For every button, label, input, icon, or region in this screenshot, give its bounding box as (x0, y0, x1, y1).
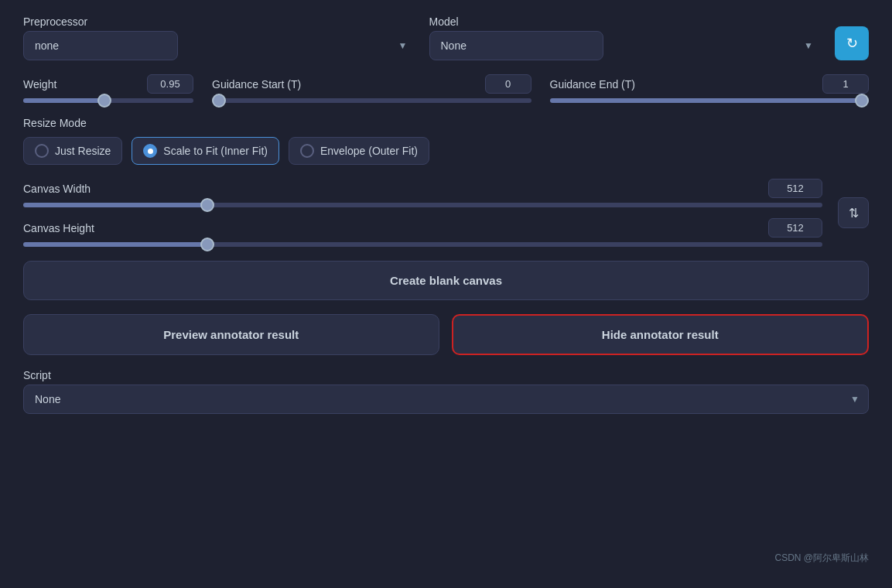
guidance-start-slider[interactable] (212, 98, 531, 103)
weight-label: Weight (23, 78, 56, 91)
resize-options: Just Resize Scale to Fit (Inner Fit) Env… (23, 137, 869, 165)
resize-envelope[interactable]: Envelope (Outer Fit) (289, 137, 429, 165)
preprocessor-dropdown-container: nonecannydepthopenpose ▼ (23, 31, 417, 60)
canvas-height-row: Canvas Height 512 (23, 218, 822, 247)
guidance-start-label: Guidance Start (T) (212, 78, 301, 91)
weight-guidance-row: Weight 0.95 Guidance Start (T) 0 Guidanc… (23, 74, 869, 103)
preview-annotator-label: Preview annotator result (163, 328, 299, 341)
weight-slider[interactable] (23, 98, 193, 103)
guidance-end-slider[interactable] (550, 98, 870, 103)
script-section: Script None ▼ (23, 369, 869, 414)
guidance-start-group: Guidance Start (T) 0 (212, 74, 531, 103)
guidance-end-label: Guidance End (T) (550, 78, 636, 91)
just-resize-label: Just Resize (55, 145, 111, 157)
resize-just-resize[interactable]: Just Resize (23, 137, 122, 165)
guidance-end-group: Guidance End (T) 1 (550, 74, 870, 103)
scale-to-fit-radio (143, 144, 157, 158)
hide-annotator-label: Hide annotator result (602, 328, 719, 341)
weight-group: Weight 0.95 (23, 74, 193, 103)
canvas-width-value: 512 (768, 179, 822, 198)
resize-mode-section: Resize Mode Just Resize Scale to Fit (In… (23, 117, 869, 165)
resize-mode-label: Resize Mode (23, 117, 869, 129)
guidance-end-value: 1 (822, 74, 869, 94)
model-chevron-icon: ▼ (804, 40, 813, 51)
preprocessor-model-row: Preprocessor nonecannydepthopenpose ▼ Mo… (23, 15, 869, 60)
swap-dimensions-button[interactable]: ⇅ (838, 197, 869, 228)
script-dropdown[interactable]: None (23, 385, 869, 414)
envelope-label: Envelope (Outer Fit) (320, 145, 418, 157)
preprocessor-dropdown[interactable]: nonecannydepthopenpose (23, 31, 178, 60)
model-dropdown-container: Nonecontrol_v11p_sd15_cannycontrol_v11f1… (429, 31, 823, 60)
preview-annotator-button[interactable]: Preview annotator result (23, 314, 439, 355)
preprocessor-chevron-icon: ▼ (398, 40, 408, 51)
model-label: Model (429, 15, 823, 28)
script-label: Script (23, 369, 869, 381)
envelope-radio (300, 144, 314, 158)
annotator-row: Preview annotator result Hide annotator … (23, 314, 869, 355)
preprocessor-label: Preprocessor (23, 15, 417, 28)
canvas-height-label: Canvas Height (23, 222, 94, 234)
guidance-start-value: 0 (485, 74, 531, 94)
preprocessor-group: Preprocessor nonecannydepthopenpose ▼ (23, 15, 417, 60)
refresh-icon: ↻ (846, 35, 858, 52)
resize-scale-to-fit[interactable]: Scale to Fit (Inner Fit) (132, 137, 279, 165)
canvas-width-slider[interactable] (23, 203, 822, 207)
canvas-section: Canvas Width 512 Canvas Height 512 ⇅ (23, 179, 869, 247)
main-container: Preprocessor nonecannydepthopenpose ▼ Mo… (0, 0, 892, 588)
canvas-width-label: Canvas Width (23, 183, 91, 195)
create-blank-canvas-label: Create blank canvas (390, 274, 502, 287)
model-group: Model Nonecontrol_v11p_sd15_cannycontrol… (429, 15, 823, 60)
canvas-width-row: Canvas Width 512 (23, 179, 822, 207)
hide-annotator-button[interactable]: Hide annotator result (452, 314, 870, 355)
canvas-height-value: 512 (768, 218, 822, 238)
model-dropdown[interactable]: Nonecontrol_v11p_sd15_cannycontrol_v11f1… (429, 31, 603, 60)
canvas-height-slider[interactable] (23, 242, 822, 247)
weight-value: 0.95 (147, 74, 193, 94)
refresh-models-button[interactable]: ↻ (835, 26, 869, 60)
script-dropdown-container: None ▼ (23, 385, 869, 414)
swap-icon: ⇅ (849, 206, 859, 220)
scale-to-fit-label: Scale to Fit (Inner Fit) (163, 145, 268, 157)
create-blank-canvas-button[interactable]: Create blank canvas (23, 261, 869, 300)
watermark: CSDN @阿尔卑斯山林 (23, 544, 869, 565)
just-resize-radio (35, 144, 49, 158)
